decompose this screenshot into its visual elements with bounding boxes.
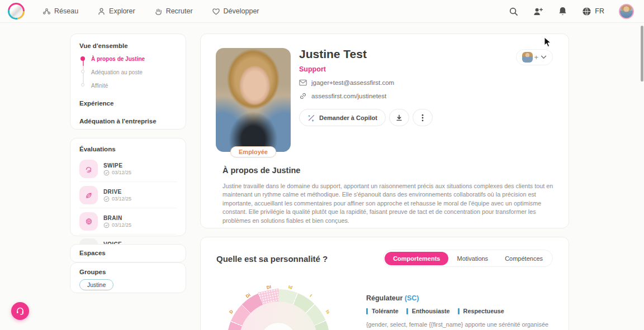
app-logo[interactable] [8, 3, 25, 20]
evaluations-title: Évaluations [79, 146, 177, 152]
disc-label-di: Di [245, 293, 252, 299]
heart-icon [212, 7, 220, 16]
magic-wand-icon [307, 114, 315, 122]
personality-description: {gender, select, female {{first_name} ap… [366, 321, 563, 330]
nav-label: Réseau [54, 7, 78, 15]
personality-traits: Tolérante Enthousiaste Respectueuse [366, 308, 570, 314]
notifications-button[interactable] [558, 6, 567, 16]
envelope-icon [299, 79, 307, 86]
groupes-title: Groupes [79, 269, 177, 275]
profile-photo [216, 48, 291, 152]
profile-website[interactable]: assessfirst.com/justinetest [311, 93, 386, 99]
about-section-title: À propos de Justine [222, 166, 300, 175]
language-selector[interactable]: FR [582, 7, 604, 16]
network-icon [42, 7, 51, 16]
evaluations-card: Évaluations SWIPE 03/12/25 DRIVE [70, 138, 186, 236]
sidebar-item-a-propos[interactable]: À propos de Justine [80, 56, 177, 62]
main-menu: Réseau Explorer Recruter Développer [42, 7, 259, 16]
profile-info: Justine Test Support jgager+test@assessf… [299, 47, 433, 126]
timeline-dot [80, 56, 85, 61]
chevron-down-icon [541, 55, 547, 59]
disc-label-i: I [309, 293, 313, 298]
evaluation-row-swipe[interactable]: SWIPE 03/12/25 [79, 156, 177, 182]
overview-card: Vue d'ensemble À propos de Justine Adéqu… [70, 34, 186, 130]
mini-avatar [522, 52, 533, 63]
headset-icon [16, 307, 25, 315]
nav-item-explorer[interactable]: Explorer [97, 7, 135, 16]
profile-photo-wrap: Employée [216, 48, 291, 152]
profile-email[interactable]: jgager+test@assessfirst.com [311, 79, 394, 86]
sidebar-item-affinite[interactable]: Affinité [80, 83, 177, 89]
tab-competences[interactable]: Compétences [496, 252, 551, 265]
disc-label-is: Is [325, 309, 331, 315]
timeline-dot [81, 70, 84, 73]
overview-timeline: À propos de Justine Adéquation au poste … [80, 56, 177, 89]
personality-code[interactable]: (SC) [405, 294, 419, 302]
copilot-button[interactable]: Demander à Copilot [299, 109, 386, 126]
evaluation-row-drive[interactable]: DRIVE 03/12/25 [79, 182, 177, 208]
bell-icon [558, 6, 567, 16]
hand-icon [154, 7, 163, 16]
about-paragraph: Justine travaille dans le domaine du sup… [222, 182, 558, 225]
topbar-actions: FR [509, 4, 634, 19]
profile-actions: Demander à Copilot [299, 109, 433, 126]
sidebar-item-adequation-poste[interactable]: Adéquation au poste [80, 69, 177, 75]
add-person-button[interactable] [533, 7, 543, 16]
timeline-label: Affinité [91, 83, 108, 89]
disc-wheel-labels: Dc D Di DI Id I Is [214, 278, 343, 330]
evaluation-row-brain[interactable]: BRAIN 03/12/25 [79, 208, 177, 235]
tab-motivations[interactable]: Motivations [448, 252, 496, 265]
share-profile-button[interactable]: + [516, 49, 553, 65]
search-button[interactable] [509, 7, 518, 16]
profile-card: Employée Justine Test Support jgager+tes… [200, 34, 569, 228]
plus-icon: + [534, 53, 538, 61]
link-icon [299, 92, 307, 100]
tab-comportements[interactable]: Comportements [385, 252, 448, 265]
overview-title: Vue d'ensemble [79, 42, 177, 49]
group-chip-justine[interactable]: Justine [79, 279, 113, 290]
download-icon [395, 114, 403, 122]
person-add-icon [533, 7, 543, 16]
person-icon [97, 7, 106, 16]
sidebar-item-experience[interactable]: Expérience [79, 100, 177, 107]
swipe-icon [79, 160, 98, 178]
language-label: FR [595, 7, 604, 15]
timeline-label: Adéquation au poste [91, 69, 143, 75]
profile-role[interactable]: Support [299, 65, 433, 73]
download-button[interactable] [389, 109, 409, 126]
espaces-card[interactable]: Espaces [70, 244, 186, 262]
more-options-button[interactable] [413, 109, 433, 126]
kebab-menu-icon [422, 114, 424, 122]
nav-label: Recruter [166, 7, 193, 15]
personality-result: Régulateur (SC) Tolérante Enthousiaste R… [366, 294, 570, 330]
personality-card: Quelle est sa personnalité ? Comportemen… [200, 237, 569, 330]
check-circle-icon [103, 170, 110, 176]
disc-label-DI: DI [266, 284, 272, 290]
disc-label-id: Id [288, 284, 293, 290]
sidebar-item-adequation-entreprise[interactable]: Adéquation à l'entreprise [79, 118, 177, 125]
user-avatar[interactable] [619, 4, 634, 19]
personality-type: Régulateur (SC) [366, 294, 570, 302]
top-navigation-bar: Réseau Explorer Recruter Développer FR [0, 0, 644, 23]
timeline-dot [81, 83, 84, 87]
personality-tabs: Comportements Motivations Compétences [383, 250, 553, 267]
profile-link-row: assessfirst.com/justinetest [299, 92, 433, 100]
disc-wheel-chart: Dc D Di DI Id I Is [201, 237, 374, 330]
profile-name: Justine Test [299, 47, 433, 61]
trait-item: Tolérante [366, 308, 399, 314]
nav-label: Développer [224, 7, 259, 15]
brain-icon [79, 212, 98, 231]
trait-item: Respectueuse [458, 308, 504, 314]
espaces-title: Espaces [79, 250, 177, 256]
nav-item-reseau[interactable]: Réseau [42, 7, 78, 16]
timeline-label: À propos de Justine [91, 56, 145, 62]
groupes-card: Groupes Justine [70, 262, 186, 293]
profile-email-row: jgager+test@assessfirst.com [299, 79, 433, 86]
support-chat-button[interactable] [11, 302, 29, 320]
nav-item-recruter[interactable]: Recruter [154, 7, 193, 16]
nav-item-developper[interactable]: Développer [212, 7, 259, 16]
scrollbar-thumb[interactable] [641, 26, 643, 82]
drive-icon [79, 186, 98, 204]
search-icon [509, 7, 518, 16]
check-circle-icon [103, 222, 110, 228]
